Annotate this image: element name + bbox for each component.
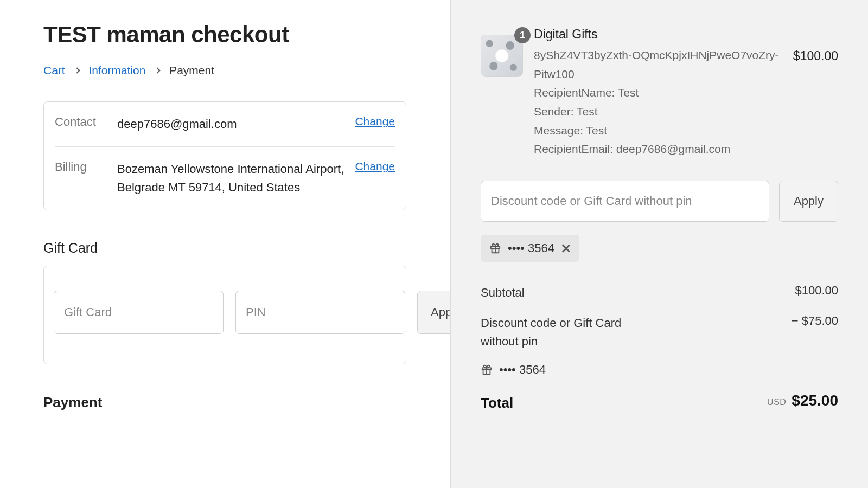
summary-subtotal-row: Subtotal $100.00 — [481, 284, 838, 302]
cart-item-recipient-name: RecipientName: Test — [534, 84, 782, 102]
breadcrumb-payment: Payment — [169, 64, 214, 77]
summary-total-label: Total — [481, 392, 513, 414]
giftcard-input[interactable] — [54, 291, 224, 334]
summary-subtotal-value: $100.00 — [795, 284, 838, 298]
change-billing-link[interactable]: Change — [355, 160, 395, 173]
summary-discount-value: − $75.00 — [792, 314, 838, 328]
cart-item-thumb-wrap: 1 — [481, 35, 523, 77]
cart-item-info: Digital Gifts 8yShZ4VT3byZxth-OQmcKpjxIH… — [534, 27, 782, 159]
review-box: Contact deep7686@gmail.com Change Billin… — [43, 101, 406, 210]
review-contact-label: Contact — [55, 115, 117, 129]
chevron-right-icon — [155, 68, 161, 74]
applied-discount-text: •••• 3564 — [508, 241, 554, 255]
breadcrumb: Cart Information Payment — [43, 64, 406, 77]
summary-subtotal-label: Subtotal — [481, 284, 525, 302]
cart-item-price: $100.00 — [793, 27, 838, 63]
breadcrumb-information[interactable]: Information — [88, 64, 145, 77]
giftcard-box: Apply — [43, 266, 406, 364]
review-billing-row: Billing Bozeman Yellowstone Internationa… — [55, 146, 395, 210]
review-contact-row: Contact deep7686@gmail.com Change — [55, 102, 395, 146]
summary-applied-code-line: •••• 3564 — [481, 363, 838, 377]
summary-currency: USD — [767, 397, 786, 407]
summary-discount-label: Discount code or Gift Card without pin — [481, 314, 643, 351]
cart-item: 1 Digital Gifts 8yShZ4VT3byZxth-OQmcKpjx… — [481, 27, 838, 159]
review-contact-value: deep7686@gmail.com — [117, 115, 355, 133]
gift-icon — [481, 364, 493, 376]
chevron-right-icon — [74, 68, 80, 74]
summary-applied-code: •••• 3564 — [499, 363, 546, 377]
summary-discount-row: Discount code or Gift Card without pin −… — [481, 314, 838, 351]
cart-item-title: Digital Gifts — [534, 27, 782, 42]
cart-item-sender: Sender: Test — [534, 102, 782, 121]
review-billing-label: Billing — [55, 160, 117, 174]
summary-total-value: $25.00 — [792, 392, 838, 409]
summary: Subtotal $100.00 Discount code or Gift C… — [481, 284, 838, 414]
discount-row: Apply — [481, 181, 838, 222]
giftcard-pin-input[interactable] — [235, 291, 405, 334]
cart-item-qty-badge: 1 — [514, 27, 531, 43]
applied-discount-tag: •••• 3564 — [481, 235, 579, 262]
cart-item-variant: 8yShZ4VT3byZxth-OQmcKpjxIHNjPweO7voZry-P… — [534, 46, 782, 84]
giftcard-section-title: Gift Card — [43, 240, 406, 256]
gift-icon — [489, 242, 501, 254]
breadcrumb-cart[interactable]: Cart — [43, 64, 65, 77]
cart-item-message: Message: Test — [534, 121, 782, 140]
cart-item-recipient-email: RecipientEmail: deep7686@gmail.com — [534, 140, 782, 159]
order-summary-panel: 1 Digital Gifts 8yShZ4VT3byZxth-OQmcKpjx… — [450, 0, 868, 488]
payment-section-title: Payment — [43, 394, 406, 411]
remove-discount-button[interactable] — [561, 243, 571, 253]
checkout-main: TEST maman checkout Cart Information Pay… — [0, 0, 450, 488]
discount-code-input[interactable] — [481, 181, 769, 222]
discount-apply-button[interactable]: Apply — [779, 181, 838, 222]
page-title: TEST maman checkout — [43, 22, 406, 48]
change-contact-link[interactable]: Change — [355, 115, 395, 128]
summary-total-row: Total USD$25.00 — [481, 392, 838, 414]
review-billing-value: Bozeman Yellowstone International Airpor… — [117, 160, 355, 197]
